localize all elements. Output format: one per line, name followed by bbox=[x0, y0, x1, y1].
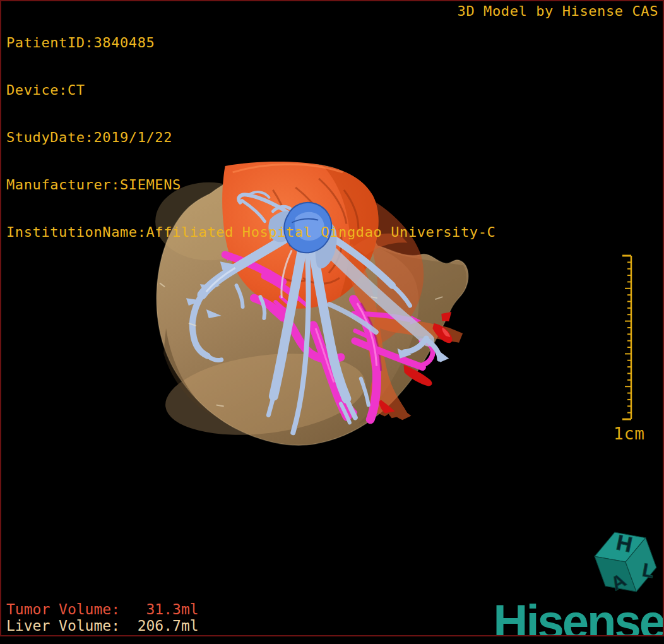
volume-panel: Tumor Volume:31.3ml Liver Volume:206.7ml bbox=[6, 601, 199, 634]
patient-info-panel: PatientID:3840485 Device:CT StudyDate:20… bbox=[6, 3, 495, 271]
scale-ruler-label: 1cm bbox=[610, 424, 649, 443]
liver-volume-label: Liver Volume: bbox=[6, 617, 120, 634]
watermark-text: 3D Model by Hisense CAS bbox=[458, 3, 658, 19]
institution-name: InstitutionName:Affiliated Hospital Qing… bbox=[6, 224, 495, 240]
liver-volume-row: Liver Volume:206.7ml bbox=[6, 617, 199, 634]
tumor-volume-label: Tumor Volume: bbox=[6, 601, 120, 617]
device: Device:CT bbox=[6, 82, 495, 98]
bottom-black-strip bbox=[0, 636, 664, 644]
patient-id: PatientID:3840485 bbox=[6, 35, 495, 51]
hal-cube-logo: H A L bbox=[586, 522, 664, 602]
app-root: { "theme": { "bg": "#000000", "border": … bbox=[0, 0, 664, 644]
scale-ruler: 1cm bbox=[606, 249, 650, 451]
tumor-volume-row: Tumor Volume:31.3ml bbox=[6, 601, 199, 617]
liver-volume-value: 206.7ml bbox=[120, 617, 199, 634]
tumor-volume-value: 31.3ml bbox=[120, 601, 199, 617]
scale-ruler-ticks bbox=[606, 249, 650, 423]
render-viewport: PatientID:3840485 Device:CT StudyDate:20… bbox=[0, 0, 664, 636]
study-date: StudyDate:2019/1/22 bbox=[6, 129, 495, 145]
manufacturer: Manufacturer:SIEMENS bbox=[6, 177, 495, 193]
hisense-wordmark: Hisense bbox=[494, 598, 664, 636]
